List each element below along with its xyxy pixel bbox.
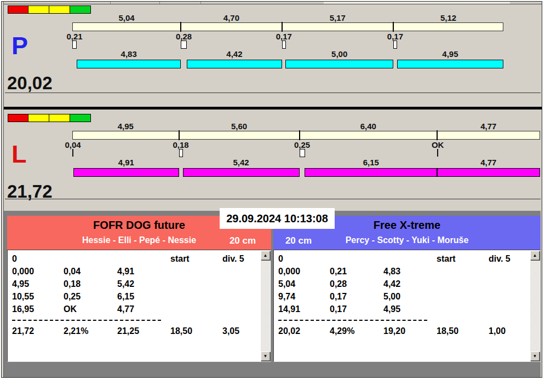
table-row: 16,95OK4,77 (12, 303, 260, 315)
table-totals-row: 21,722,21%21,2518,503,05 (12, 325, 260, 337)
table-cell: 0 (12, 252, 64, 265)
table-cell: 0,000 (278, 265, 330, 278)
run-time-label: 5,60 (215, 122, 264, 130)
changeover-time-label: OK (413, 141, 462, 149)
changeover-marker-box (393, 41, 397, 49)
run-bar-divider (180, 22, 181, 32)
run-time-label: 5,04 (102, 14, 151, 22)
table-cell: 21,25 (117, 325, 170, 337)
table-header-row: 0startdiv. 5 (12, 252, 260, 265)
totals-separator (12, 320, 161, 321)
vertical-scrollbar[interactable]: ▲▼ (530, 251, 540, 361)
window-top-strip (4, 2, 542, 4)
table-cell: 0,04 (64, 265, 117, 278)
jump-height-label: 20 cm (273, 234, 324, 248)
table-cell: 0,25 (64, 290, 117, 303)
status-indicator-box-2 (28, 114, 49, 122)
changeover-marker-line (72, 149, 73, 157)
dog-split-time-label: 4,91 (101, 158, 151, 166)
dog-split-time-label: 5,42 (216, 158, 266, 166)
table-cell (222, 265, 260, 278)
table-cell (437, 265, 489, 278)
datetime-display: 29.09.2024 10:13:08 (220, 208, 335, 229)
table-cell (170, 303, 222, 315)
table-cell (117, 252, 170, 265)
changeover-time-label: 0,28 (159, 32, 209, 41)
results-table[interactable]: 0startdiv. 50,0000,044,914,950,185,4210,… (7, 250, 271, 362)
status-indicator-box-3 (49, 5, 70, 14)
status-indicator-box-3 (49, 114, 70, 122)
timing-app-window: P20,025,040,214,834,700,284,425,170,175,… (0, 0, 545, 392)
lane-total-time: 20,02 (7, 74, 53, 92)
status-indicator-boxes (8, 5, 91, 14)
dog-split-time-label: 6,15 (346, 158, 395, 166)
table-cell: 0,000 (12, 265, 64, 278)
table-cell (489, 290, 529, 303)
dog-split-time-label: 4,77 (464, 158, 513, 166)
table-cell: 0 (278, 252, 330, 265)
table-row: 4,950,185,42 (12, 278, 260, 290)
table-cell: 4,95 (12, 278, 64, 290)
dog-split-time-label: 4,95 (426, 50, 475, 58)
run-time-bar (72, 22, 503, 31)
run-time-label: 4,70 (206, 14, 256, 22)
status-indicator-box-2 (28, 5, 49, 14)
run-time-label: 4,77 (464, 122, 513, 130)
run-time-bar (72, 131, 540, 140)
jump-height-label: 20 cm (217, 234, 268, 248)
scroll-up-button[interactable]: ▲ (261, 251, 270, 260)
run-time-label: 5,17 (313, 14, 362, 22)
results-table-content: 0startdiv. 50,0000,214,835,040,284,429,7… (278, 252, 529, 361)
changeover-time-label: 0,25 (278, 141, 327, 149)
results-table[interactable]: 0startdiv. 50,0000,214,835,040,284,429,7… (273, 250, 541, 362)
dog-split-bar (305, 168, 437, 177)
dog-split-time-label: 4,83 (104, 50, 153, 58)
run-bar-divider (393, 22, 394, 32)
run-time-label: 5,12 (424, 14, 473, 22)
table-cell: 0,17 (330, 303, 383, 315)
table-cell: 6,15 (117, 290, 170, 303)
scroll-up-button[interactable]: ▲ (530, 251, 540, 260)
results-section: 29.09.2024 10:13:08 FOFR DOG futureHessi… (4, 211, 541, 377)
table-cell (222, 278, 260, 290)
results-table-content: 0startdiv. 50,0000,044,914,950,185,4210,… (12, 252, 260, 361)
changeover-marker-box (181, 41, 187, 49)
table-cell: 0,28 (330, 278, 383, 290)
team-panel-right: Free X-tremePercy - Scotty - Yuki - Moru… (273, 216, 541, 363)
table-row: 14,910,174,95 (278, 303, 529, 315)
table-cell (222, 303, 260, 315)
team-panel-left: FOFR DOG futureHessie - Elli - Pepé - Ne… (7, 216, 271, 363)
table-cell: 0,21 (330, 265, 383, 278)
table-cell: 4,29% (330, 325, 383, 337)
totals-separator (278, 320, 427, 321)
table-cell (437, 278, 489, 290)
table-cell: 4,83 (383, 265, 437, 278)
dog-split-bar-divider (437, 168, 438, 177)
changeover-time-label: 0,21 (50, 32, 99, 41)
vertical-scrollbar[interactable]: ▲▼ (261, 251, 270, 361)
changeover-time-label: 0,18 (156, 141, 205, 149)
status-indicator-boxes (8, 114, 91, 123)
table-cell (222, 290, 260, 303)
table-cell (170, 290, 222, 303)
scroll-down-button[interactable]: ▼ (530, 351, 540, 361)
changeover-time-label: 0,17 (370, 32, 420, 41)
status-indicator-box-4 (70, 114, 91, 122)
table-header-row: 0startdiv. 5 (278, 252, 529, 265)
status-indicator-box-1 (8, 5, 28, 14)
table-cell (383, 252, 437, 265)
table-cell: 9,74 (278, 290, 330, 303)
table-cell: 0,17 (330, 290, 383, 303)
table-cell: 18,50 (170, 325, 222, 337)
lane-divider-strip (5, 93, 541, 109)
table-cell: 4,42 (383, 278, 437, 290)
table-cell (489, 265, 529, 278)
changeover-marker-box (300, 149, 305, 157)
dog-split-bar (285, 60, 393, 68)
changeover-time-label: 0,04 (48, 141, 97, 149)
scroll-down-button[interactable]: ▼ (261, 351, 270, 361)
table-cell: OK (64, 303, 117, 315)
table-cell: start (170, 252, 222, 265)
dog-split-bar (437, 168, 540, 177)
dog-split-bar (397, 60, 504, 68)
